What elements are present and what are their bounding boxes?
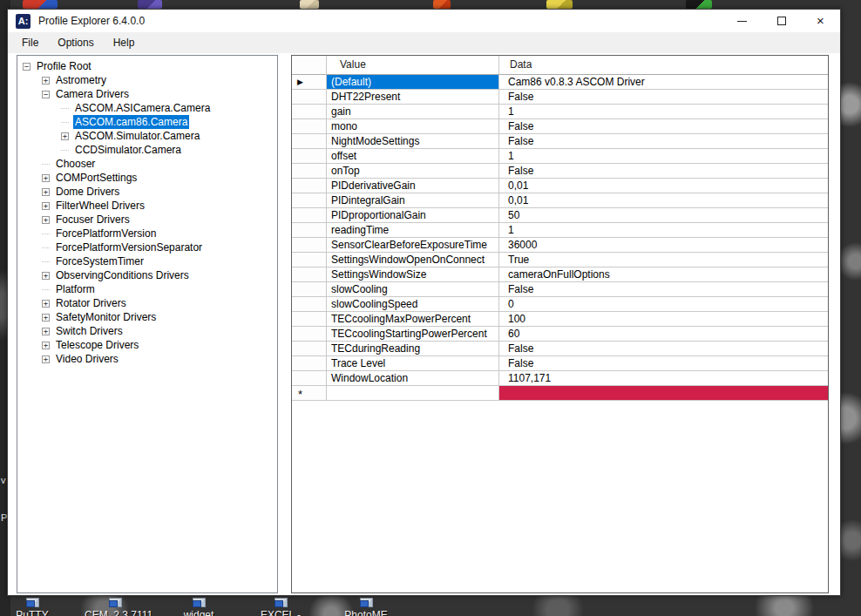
tree-item-focuser-drivers[interactable]: +Focuser Drivers [17,213,277,227]
tree-item-label[interactable]: SafetyMonitor Drivers [54,310,158,324]
tree-item-label[interactable]: ASCOM.ASICamera.Camera [73,101,212,115]
value-cell[interactable]: slowCooling [327,282,499,297]
expand-icon[interactable]: + [42,355,50,363]
menu-item-help[interactable]: Help [112,35,137,51]
data-cell[interactable]: 50 [499,208,828,223]
value-cell[interactable]: TECcoolingMaxPowerPercent [327,312,499,327]
data-cell[interactable]: False [499,134,828,149]
value-cell[interactable]: (Default) [327,75,499,90]
value-cell[interactable]: offset [327,149,499,164]
minimize-button[interactable] [722,10,762,32]
row-header[interactable] [292,327,327,342]
value-cell[interactable]: SettingsWindowOpenOnConnect [327,253,499,267]
data-cell[interactable]: True [499,253,828,267]
expand-icon[interactable]: + [42,77,50,85]
tree-item-label[interactable]: Switch Drivers [54,324,125,338]
tree-item-ccdsimulator-camera[interactable]: CCDSimulator.Camera [17,143,277,157]
tree-item-label[interactable]: Camera Drivers [54,87,131,101]
row-header[interactable] [292,267,327,282]
tree-item-dome-drivers[interactable]: +Dome Drivers [17,185,277,199]
row-header[interactable] [292,105,327,119]
desktop-icon-excel-[interactable]: EXCEL - [250,598,311,616]
data-cell[interactable]: 0 [499,297,828,312]
row-header[interactable] [292,371,327,386]
expand-icon[interactable]: + [42,188,50,196]
data-cell[interactable]: 1107,171 [499,371,828,386]
value-cell[interactable]: SettingsWindowSize [327,267,499,282]
expand-icon[interactable]: + [61,132,69,140]
value-cell[interactable]: SensorClearBeforeExposureTime [327,238,499,253]
tree-item-label[interactable]: Dome Drivers [54,185,121,199]
row-header[interactable] [292,193,327,208]
desktop-icon-photome[interactable]: PhotoME [336,598,397,616]
tree-item-platform[interactable]: Platform [17,282,277,296]
tree-item-switch-drivers[interactable]: +Switch Drivers [17,324,277,338]
row-header[interactable] [292,119,327,134]
close-button[interactable]: × [801,10,840,32]
tree-item-label[interactable]: ASCOM.Simulator.Camera [73,129,201,143]
expand-icon[interactable]: + [42,328,50,335]
tree-item-profile-root[interactable]: −Profile Root [17,59,277,73]
row-header[interactable] [292,297,327,312]
tree-item-label[interactable]: Focuser Drivers [54,213,132,227]
tree-item-label[interactable]: CCDSimulator.Camera [73,143,183,157]
new-row-header[interactable]: * [292,386,327,401]
tree-item-forceplatformversionseparator[interactable]: ForcePlatformVersionSeparator [17,240,277,254]
tree-item-label[interactable]: FilterWheel Drivers [54,199,146,213]
tree-item-label[interactable]: Astrometry [54,73,108,87]
data-cell[interactable]: 1 [499,223,828,238]
data-cell[interactable]: False [499,356,828,371]
maximize-button[interactable] [762,10,801,32]
data-cell[interactable]: 36000 [499,238,828,253]
new-row-data-cell[interactable] [499,386,828,401]
tree-item-label[interactable]: Rotator Drivers [54,296,128,310]
tree-item-label[interactable]: Video Drivers [54,352,120,366]
value-cell[interactable]: PIDderivativeGain [327,179,499,193]
expand-icon[interactable]: + [42,300,50,308]
tree-item-label[interactable]: ForceSystemTimer [54,254,146,268]
tree-item-label[interactable]: ForcePlatformVersion [54,227,158,240]
value-cell[interactable]: readingTime [327,223,499,238]
value-cell[interactable]: PIDintegralGain [327,193,499,208]
value-cell[interactable]: TECcoolingStartingPowerPercent [327,327,499,342]
tree-item-ascom-asicamera-camera[interactable]: ASCOM.ASICamera.Camera [17,101,277,115]
expand-icon[interactable]: + [42,314,50,322]
tree-item-label[interactable]: Telescope Drivers [54,338,140,352]
expand-icon[interactable]: + [42,216,50,224]
data-cell[interactable]: 0,01 [499,179,828,193]
column-header-value[interactable]: Value [327,56,499,75]
row-header[interactable] [292,356,327,371]
row-header[interactable] [292,208,327,223]
data-cell[interactable]: False [499,119,828,134]
tree-item-ascom-cam86-camera[interactable]: ASCOM.cam86.Camera [17,115,277,129]
tree-item-comportsettings[interactable]: +COMPortSettings [17,171,277,185]
data-cell[interactable]: 1 [499,149,828,164]
value-cell[interactable]: PIDproportionalGain [327,208,499,223]
row-header[interactable] [292,90,327,105]
expand-icon[interactable]: + [42,342,50,349]
data-cell[interactable]: 100 [499,312,828,327]
desktop-icon-cem-2-3-7111[interactable]: CEM_2.3.7111 [85,598,146,616]
tree-item-safetymonitor-drivers[interactable]: +SafetyMonitor Drivers [17,310,277,324]
row-header[interactable] [292,238,327,253]
tree-item-rotator-drivers[interactable]: +Rotator Drivers [17,296,277,310]
tree-item-ascom-simulator-camera[interactable]: +ASCOM.Simulator.Camera [17,129,277,143]
value-cell[interactable]: gain [327,105,499,119]
tree-item-video-drivers[interactable]: +Video Drivers [17,352,277,366]
value-cell[interactable]: Trace Level [327,356,499,371]
value-cell[interactable]: onTop [327,164,499,179]
data-cell[interactable]: False [499,342,828,356]
value-cell[interactable]: WindowLocation [327,371,499,386]
value-cell[interactable]: slowCoolingSpeed [327,297,499,312]
column-header-data[interactable]: Data [499,56,828,75]
tree-item-label[interactable]: ObservingConditions Drivers [54,268,191,282]
row-header[interactable] [292,164,327,179]
tree-item-forceplatformversion[interactable]: ForcePlatformVersion [17,227,277,240]
row-header[interactable] [292,342,327,356]
tree-item-forcesystemtimer[interactable]: ForceSystemTimer [17,254,277,268]
data-cell[interactable]: False [499,90,828,105]
row-header[interactable] [292,149,327,164]
value-cell[interactable]: TECduringReading [327,342,499,356]
value-cell[interactable]: DHT22Present [327,90,499,105]
desktop-icon-putty[interactable]: PuTTY [2,598,63,616]
